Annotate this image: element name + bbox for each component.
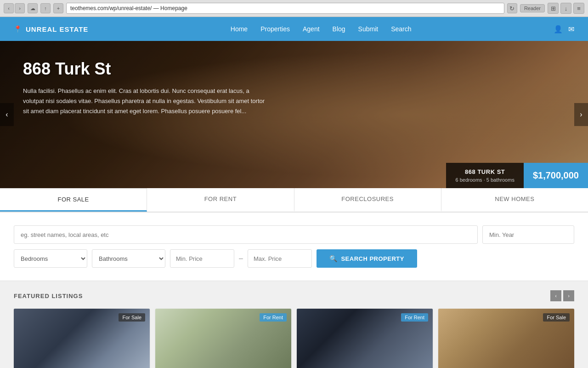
browser-toolbar: ‹ › ☁ ↑ + teothemes.com/wp/unreal-estate… — [0, 0, 588, 17]
featured-title: FEATURED LISTINGS — [14, 293, 83, 299]
logo-icon: 📍 — [14, 25, 22, 33]
nav-agent[interactable]: Agent — [303, 25, 320, 33]
listing-image-wrap: For Rent — [155, 309, 291, 368]
hero-property-info: 868 TURK ST 6 bedrooms · 5 bathrooms — [446, 163, 523, 188]
nav-properties[interactable]: Properties — [260, 25, 290, 33]
tab-for-sale[interactable]: FOR SALE — [0, 188, 147, 212]
search-location-input[interactable] — [14, 225, 478, 244]
search-button-label: SEARCH PROPERTY — [341, 255, 404, 262]
cloud-button[interactable]: ☁ — [28, 3, 38, 13]
featured-next-button[interactable]: › — [563, 290, 574, 301]
listing-image-wrap: For Rent — [297, 309, 433, 368]
url-display: teothemes.com/wp/unreal-estate/ — Homepa… — [70, 5, 187, 12]
property-tabs: FOR SALE FOR RENT FORECLOSURES NEW HOMES — [0, 188, 588, 213]
browser-icon-group: ⊞ ↓ ≡ — [548, 3, 584, 14]
min-price-input[interactable] — [170, 249, 234, 268]
listing-badge: For Rent — [260, 313, 287, 322]
hero-title: 868 Turk St — [23, 59, 271, 79]
hero-section: ‹ 868 Turk St Nulla facilisi. Phasellus … — [0, 41, 588, 188]
nav-home[interactable]: Home — [231, 25, 248, 33]
nav-search[interactable]: Search — [391, 25, 411, 33]
nav-blog[interactable]: Blog — [333, 25, 345, 33]
url-path: /wp/unreal-estate/ — [108, 5, 152, 12]
hero-content: 868 Turk St Nulla facilisi. Phasellus ac… — [0, 41, 294, 135]
address-bar[interactable]: teothemes.com/wp/unreal-estate/ — Homepa… — [66, 3, 504, 14]
tab-foreclosures[interactable]: FORECLOSURES — [294, 188, 441, 212]
tab-for-rent[interactable]: FOR RENT — [147, 188, 294, 212]
nav-submit[interactable]: Submit — [358, 25, 379, 33]
bathrooms-select[interactable]: Bathrooms 12345+ — [92, 249, 165, 268]
search-property-button[interactable]: 🔍 SEARCH PROPERTY — [317, 249, 417, 268]
browser-chrome: ‹ › ☁ ↑ + teothemes.com/wp/unreal-estate… — [0, 0, 588, 17]
listing-badge: For Sale — [543, 313, 570, 322]
search-row-1 — [14, 225, 574, 244]
hero-property-name: 868 TURK ST — [455, 168, 514, 175]
nav-btn-group: ‹ › — [4, 3, 25, 13]
search-section: Bedrooms 12345+ Bathrooms 12345+ – 🔍 SEA… — [0, 213, 588, 281]
search-row-2: Bedrooms 12345+ Bathrooms 12345+ – 🔍 SEA… — [14, 249, 574, 268]
listing-card[interactable]: For Sale 4609 QUANTANA CT Las Vegas — [438, 309, 574, 368]
mail-icon[interactable]: ✉ — [568, 25, 574, 34]
user-icon[interactable]: 👤 — [554, 25, 563, 34]
featured-prev-button[interactable]: ‹ — [550, 290, 561, 301]
hero-description: Nulla facilisi. Phasellus ac enim elit. … — [23, 86, 271, 116]
header-actions: 👤 ✉ — [554, 25, 574, 34]
listings-grid: For Sale 12726 W CHARTER OAK RD Phoenix … — [14, 309, 574, 368]
tab-new-homes[interactable]: NEW HOMES — [441, 188, 588, 212]
bedrooms-select[interactable]: Bedrooms 12345+ — [14, 249, 87, 268]
bookmark-icon[interactable]: ⊞ — [548, 3, 559, 14]
listing-card[interactable]: For Rent 3605 N KACHINA LN Phoenix — [297, 309, 433, 368]
site-logo: 📍 UNREAL ESTATE — [14, 25, 88, 33]
reader-button[interactable]: Reader — [520, 4, 545, 12]
hero-next-button[interactable]: › — [574, 103, 588, 126]
hero-prev-button[interactable]: ‹ — [0, 103, 14, 126]
url-domain: teothemes.com — [70, 5, 108, 12]
reload-button[interactable]: ↻ — [507, 3, 517, 13]
featured-nav: ‹ › — [550, 290, 574, 301]
new-tab-button[interactable]: + — [53, 3, 63, 13]
site-header: 📍 UNREAL ESTATE Home Properties Agent Bl… — [0, 17, 588, 41]
listing-image-wrap: For Sale — [438, 309, 574, 368]
listing-badge: For Sale — [119, 313, 145, 322]
listing-badge: For Rent — [401, 313, 428, 322]
listing-card[interactable]: For Sale 12726 W CHARTER OAK RD Phoenix — [14, 309, 150, 368]
hero-property-details: 6 bedrooms · 5 bathrooms — [455, 177, 514, 183]
site-nav: Home Properties Agent Blog Submit Search — [231, 25, 412, 33]
max-price-input[interactable] — [248, 249, 312, 268]
listing-image-wrap: For Sale — [14, 309, 150, 368]
back-button[interactable]: ‹ — [4, 3, 14, 13]
menu-icon[interactable]: ≡ — [573, 3, 584, 14]
forward-button[interactable]: › — [15, 3, 25, 13]
featured-header: FEATURED LISTINGS ‹ › — [14, 290, 574, 301]
url-title: — Homepage — [153, 5, 187, 12]
share-button[interactable]: ↑ — [40, 3, 51, 13]
download-icon[interactable]: ↓ — [560, 3, 571, 14]
hero-property-price: $1,700,000 — [524, 163, 588, 188]
hero-property-badge: 868 TURK ST 6 bedrooms · 5 bathrooms $1,… — [446, 163, 588, 188]
logo-text: UNREAL ESTATE — [26, 25, 88, 33]
featured-section: FEATURED LISTINGS ‹ › For Sale 12726 W C… — [0, 281, 588, 368]
website: 📍 UNREAL ESTATE Home Properties Agent Bl… — [0, 17, 588, 368]
listing-card[interactable]: For Rent 4330 N 57TH WAY Phoenix — [155, 309, 291, 368]
search-icon: 🔍 — [329, 255, 338, 262]
search-year-input[interactable] — [482, 225, 574, 244]
price-separator: – — [239, 254, 243, 263]
